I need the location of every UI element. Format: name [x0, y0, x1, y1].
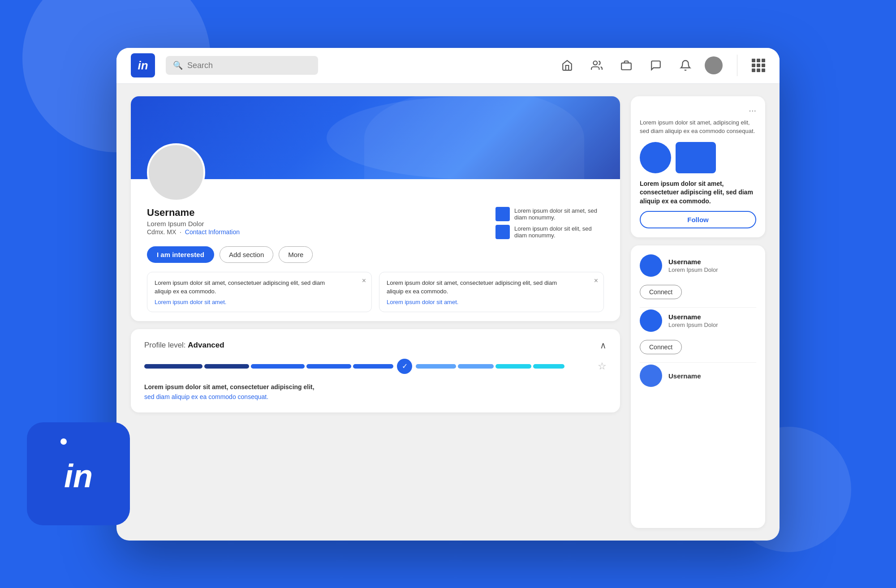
profile-info-row: Username Lorem Ipsum Dolor Cdmx. MX · Co…	[131, 202, 620, 239]
level-title: Profile level: Advanced	[144, 341, 224, 350]
navbar: in 🔍	[116, 48, 780, 84]
notif-title-2: Lorem ipsum dolor sit amet, consectetuer…	[387, 279, 575, 296]
progress-seg-4	[306, 364, 351, 369]
progress-seg-9	[533, 364, 564, 369]
meta-text-2: Lorem ipsum dolor sit elit, sed diam non…	[514, 225, 604, 239]
ad-description: Lorem ipsum dolor sit amet, adipiscing e…	[640, 118, 756, 136]
meta-box-1	[495, 207, 510, 221]
nav-avatar[interactable]	[705, 56, 723, 74]
right-sidebar: ··· Lorem ipsum dolor sit amet, adipisci…	[631, 96, 765, 528]
people-card: Username Lorem Ipsum Dolor Connect Usern…	[631, 245, 765, 528]
meta-box-2	[495, 225, 510, 239]
person-avatar-2	[640, 309, 662, 332]
progress-seg-1	[144, 364, 202, 369]
connect-button-2[interactable]: Connect	[640, 340, 682, 354]
briefcase-nav-icon[interactable]	[616, 57, 637, 74]
notif-card-2: × Lorem ipsum dolor sit amet, consectetu…	[379, 272, 604, 312]
progress-seg-5	[353, 364, 393, 369]
nav-divider	[737, 55, 737, 76]
notif-title-1: Lorem ipsum dolor sit amet, consectetuer…	[155, 279, 343, 296]
person-name-3: Username	[668, 372, 756, 380]
profile-level-card: Profile level: Advanced ∧ ✓	[131, 329, 620, 413]
notif-close-2[interactable]: ×	[594, 277, 598, 285]
profile-username: Username	[147, 207, 495, 219]
search-bar[interactable]: 🔍	[166, 56, 318, 75]
linkedin-logo-large: in	[27, 422, 130, 525]
person-info-2: Username Lorem Ipsum Dolor	[668, 313, 756, 328]
profile-subtitle: Lorem Ipsum Dolor	[147, 220, 495, 227]
progress-container: ✓ ☆	[144, 359, 607, 374]
bell-nav-icon[interactable]	[675, 57, 696, 74]
level-description: Lorem ipsum dolor sit amet, consectetuer…	[144, 382, 607, 402]
linkedin-nav-logo[interactable]: in	[131, 53, 155, 77]
person-sub-2: Lorem Ipsum Dolor	[668, 322, 756, 328]
search-input[interactable]	[187, 61, 311, 70]
progress-seg-2	[204, 364, 249, 369]
profile-text: Username Lorem Ipsum Dolor Cdmx. MX · Co…	[147, 207, 495, 236]
progress-seg-7	[458, 364, 494, 369]
main-content: Username Lorem Ipsum Dolor Cdmx. MX · Co…	[116, 84, 780, 541]
progress-bar: ✓	[144, 359, 592, 374]
notif-card-1: × Lorem ipsum dolor sit amet, consectetu…	[147, 272, 372, 312]
profile-card: Username Lorem Ipsum Dolor Cdmx. MX · Co…	[131, 96, 620, 321]
contact-info-link[interactable]: Contact Information	[185, 228, 240, 236]
person-sub-1: Lorem Ipsum Dolor	[668, 266, 756, 273]
interested-button[interactable]: I am interested	[147, 246, 214, 263]
linkedin-nav-logo-text: in	[138, 59, 148, 73]
progress-check-icon: ✓	[397, 359, 412, 374]
star-icon[interactable]: ☆	[598, 361, 607, 372]
collapse-icon[interactable]: ∧	[600, 340, 607, 351]
ad-more-icon[interactable]: ···	[640, 105, 756, 116]
person-group-1: Username Lorem Ipsum Dolor Connect	[640, 254, 756, 308]
connect-button-1[interactable]: Connect	[640, 285, 682, 299]
person-item-2: Username Lorem Ipsum Dolor	[640, 309, 756, 332]
profile-section: Username Lorem Ipsum Dolor Cdmx. MX · Co…	[131, 96, 620, 528]
person-name-1: Username	[668, 258, 756, 266]
profile-location: Cdmx. MX · Contact Information	[147, 228, 495, 236]
ad-title: Lorem ipsum dolor sit amet, consectetuer…	[640, 180, 756, 206]
notif-close-1[interactable]: ×	[362, 277, 366, 285]
ad-logo-circle	[640, 142, 671, 173]
chat-nav-icon[interactable]	[646, 57, 666, 74]
person-name-2: Username	[668, 313, 756, 321]
progress-seg-8	[495, 364, 531, 369]
progress-seg-3	[251, 364, 305, 369]
person-avatar-3	[640, 365, 662, 387]
person-item-1: Username Lorem Ipsum Dolor	[640, 254, 756, 277]
person-avatar-1	[640, 254, 662, 277]
profile-actions: I am interested Add section More	[131, 239, 620, 272]
person-partial: Username	[640, 365, 756, 387]
more-button[interactable]: More	[279, 246, 313, 263]
follow-button[interactable]: Follow	[640, 211, 756, 228]
notification-cards: × Lorem ipsum dolor sit amet, consectetu…	[131, 272, 620, 321]
nav-icons	[557, 56, 723, 74]
add-section-button[interactable]: Add section	[220, 246, 273, 263]
browser-window: in 🔍	[116, 48, 780, 541]
grid-nav-icon[interactable]	[752, 59, 765, 72]
person-group-2: Username Lorem Ipsum Dolor Connect	[640, 309, 756, 363]
svg-point-0	[593, 61, 597, 65]
svg-rect-1	[621, 63, 631, 70]
meta-item-2: Lorem ipsum dolor sit elit, sed diam non…	[495, 225, 604, 239]
person-info-1: Username Lorem Ipsum Dolor	[668, 258, 756, 273]
ad-card: ··· Lorem ipsum dolor sit amet, adipisci…	[631, 96, 765, 238]
profile-meta: Lorem ipsum dolor sit amet, sed diam non…	[495, 207, 604, 239]
meta-text-1: Lorem ipsum dolor sit amet, sed diam non…	[514, 207, 604, 221]
level-header: Profile level: Advanced ∧	[144, 340, 607, 351]
profile-avatar	[147, 143, 205, 202]
notif-link-2[interactable]: Lorem ipsum dolor sit amet.	[387, 299, 596, 305]
meta-item-1: Lorem ipsum dolor sit amet, sed diam non…	[495, 207, 604, 221]
notif-link-1[interactable]: Lorem ipsum dolor sit amet.	[155, 299, 364, 305]
ad-logo-rect	[676, 142, 716, 173]
ad-images	[640, 142, 756, 173]
home-nav-icon[interactable]	[557, 57, 577, 74]
people-nav-icon[interactable]	[586, 57, 607, 74]
person-info-3: Username	[668, 372, 756, 380]
progress-seg-6	[416, 364, 456, 369]
search-icon: 🔍	[173, 60, 183, 70]
profile-avatar-container	[147, 143, 205, 202]
banner-wave2	[364, 96, 584, 179]
